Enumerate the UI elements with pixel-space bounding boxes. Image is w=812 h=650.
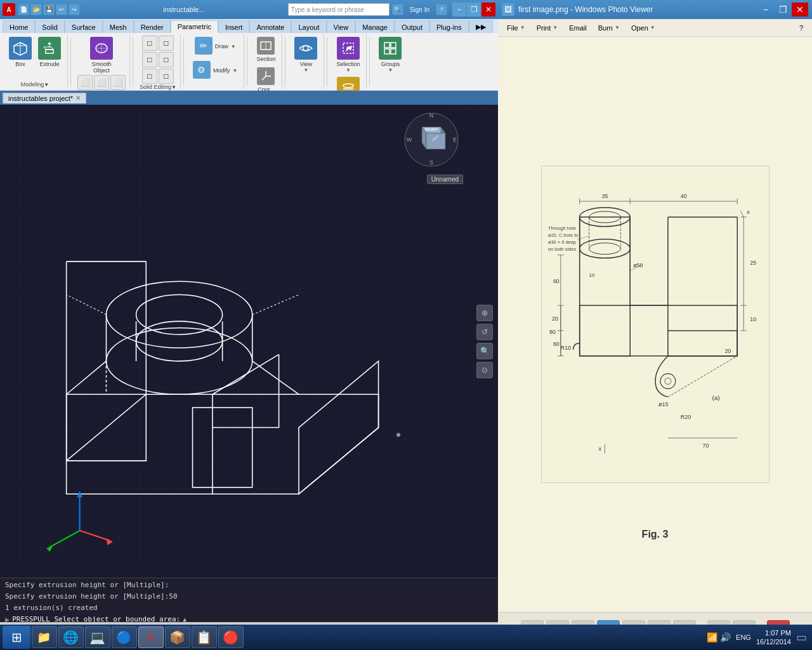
solid-edit-btn-4[interactable]: □ — [159, 52, 174, 67]
navwheel-icon[interactable]: ⊙ — [476, 362, 493, 378]
tab-annotate[interactable]: Annotate — [249, 20, 291, 33]
svg-rect-21 — [384, 49, 390, 54]
close-button[interactable]: ✕ — [481, 3, 495, 17]
pv-restore[interactable]: ❐ — [775, 3, 791, 17]
extrude-button[interactable]: Extrude — [36, 36, 63, 69]
cmd-history-2: Specify extrusion height or [Multiple]:5… — [5, 591, 493, 602]
taskbar-item-explorer[interactable]: 📁 — [32, 627, 57, 648]
taskbar-item-app3[interactable]: 📦 — [165, 627, 190, 648]
tab-mesh[interactable]: Mesh — [103, 20, 134, 33]
svg-rect-22 — [391, 49, 396, 54]
coor-button[interactable]: Coor... — [254, 66, 277, 94]
tab-surface[interactable]: Surface — [65, 20, 103, 33]
volume-icon[interactable]: 🔊 — [720, 632, 731, 642]
svg-rect-3 — [46, 50, 53, 53]
burn-menu[interactable]: Burn ▼ — [593, 23, 625, 33]
document-tab[interactable]: instructables project* ✕ — [3, 93, 86, 103]
pan-icon[interactable]: ⊕ — [476, 305, 493, 321]
solid-edit-btn-6[interactable]: □ — [159, 69, 174, 84]
solid-edit-btn-1[interactable]: □ — [142, 36, 157, 51]
print-menu[interactable]: Print ▼ — [532, 23, 563, 33]
solid-editing-group-label[interactable]: Solid Editing ▼ — [140, 84, 176, 90]
extrude-icon — [38, 37, 61, 60]
tab-insert[interactable]: Insert — [218, 20, 250, 33]
tab-home[interactable]: Home — [3, 20, 35, 33]
tab-output[interactable]: Output — [395, 20, 429, 33]
doc-tab-close[interactable]: ✕ — [75, 95, 81, 102]
taskbar-item-chrome[interactable]: 🌐 — [58, 627, 84, 648]
minimize-button[interactable]: − — [452, 3, 466, 17]
save-icon[interactable]: 💾 — [43, 4, 55, 15]
zoom-icon[interactable]: 🔍 — [476, 343, 493, 359]
smooth-object-label: SmoothObject — [91, 61, 111, 74]
signin-label[interactable]: Sign In — [406, 6, 433, 13]
modify-icon: ⚙ — [193, 61, 211, 79]
svg-point-18 — [343, 84, 353, 88]
search-box[interactable]: Type a keyword or phrase — [288, 3, 390, 16]
taskbar-item-app5[interactable]: 🔴 — [218, 627, 244, 648]
selection-label: Selection — [336, 61, 360, 67]
taskbar-item-app2[interactable]: 🔵 — [112, 627, 137, 648]
undo-icon[interactable]: ↩ — [56, 4, 67, 15]
fig-label: Fig. 3 — [642, 529, 669, 540]
network-icon[interactable]: 📶 — [707, 632, 717, 642]
redo-icon[interactable]: ↪ — [69, 4, 80, 15]
draw-button[interactable]: ✏ Draw ▼ — [192, 36, 239, 57]
help-icon[interactable]: ? — [794, 23, 808, 33]
ribbon-group-view: View ▼ — [288, 34, 324, 89]
start-button[interactable]: ⊞ — [3, 626, 30, 649]
show-desktop-icon[interactable]: ▭ — [796, 630, 807, 644]
tab-solid[interactable]: Solid — [35, 20, 64, 33]
file-menu[interactable]: File ▼ — [502, 23, 530, 33]
ribbon-group-draw: ✏ Draw ▼ ⚙ Modify ▼ — [187, 34, 244, 89]
tab-parametric[interactable]: Parametric — [171, 20, 218, 33]
solid-edit-btn-3[interactable]: □ — [142, 52, 157, 67]
pv-minimize[interactable]: − — [757, 3, 774, 17]
solid-edit-btn-5[interactable]: □ — [142, 69, 157, 84]
system-clock[interactable]: 1:07 PM 16/12/2014 — [756, 628, 791, 647]
smooth-object-button[interactable]: SmoothObject — [88, 36, 115, 75]
tab-layout[interactable]: Layout — [291, 20, 326, 33]
section-button[interactable]: Section — [254, 36, 278, 63]
autocad-viewport[interactable]: [-][Custom View][Hidden] − ❐ ✕ — [0, 105, 498, 578]
svg-rect-68 — [579, 217, 630, 356]
open-icon[interactable]: 📂 — [30, 4, 42, 15]
open-menu[interactable]: Open ▼ — [626, 23, 660, 33]
tab-more[interactable]: ▶▶ — [469, 20, 493, 33]
solid-edit-btn-2[interactable]: □ — [159, 36, 174, 51]
new-icon[interactable]: 📄 — [18, 4, 29, 15]
box-button[interactable]: Box — [6, 36, 34, 69]
svg-text:60: 60 — [553, 341, 559, 347]
photo-viewer-title: first image.png - Windows Photo Viewer — [518, 5, 754, 14]
orbit-icon[interactable]: ↺ — [476, 324, 493, 340]
chrome-icon: 🌐 — [63, 630, 78, 645]
mesh-btn-3[interactable]: ⬜ — [110, 75, 126, 90]
svg-text:R10: R10 — [560, 345, 570, 351]
taskbar-item-autocad[interactable]: A — [138, 627, 164, 648]
tab-render[interactable]: Render — [134, 20, 171, 33]
modeling-group-label[interactable]: Modeling ▼ — [21, 81, 49, 88]
taskbar-item-app1[interactable]: 💻 — [85, 627, 110, 648]
search-btn[interactable]: 🔍 — [392, 4, 403, 15]
groups-button[interactable]: Groups ▼ — [376, 36, 404, 74]
email-menu[interactable]: Email — [564, 23, 592, 33]
ribbon-group-solid-editing: □ □ □ □ □ □ Solid Editing ▼ — [136, 34, 181, 89]
tab-plugins[interactable]: Plug-ins — [429, 20, 469, 33]
tab-manage[interactable]: Manage — [355, 20, 395, 33]
tab-view[interactable]: View — [327, 20, 356, 33]
svg-text:20: 20 — [724, 348, 731, 354]
svg-text:S: S — [429, 159, 433, 166]
svg-marker-17 — [346, 46, 352, 52]
ribbon-content: Box Extrude — [0, 33, 498, 90]
selection-button[interactable]: Selection ▼ — [334, 36, 362, 74]
restore-button[interactable]: ❐ — [467, 3, 481, 17]
box-icon — [9, 37, 32, 60]
view-cube[interactable]: N S E W FRONT LEFT — [403, 111, 460, 168]
pv-close[interactable]: ✕ — [792, 3, 808, 17]
help-btn[interactable]: ? — [436, 4, 447, 15]
modify-button[interactable]: ⚙ Modify ▼ — [190, 60, 240, 81]
view-button[interactable]: View ▼ — [292, 36, 320, 74]
mesh-btn-1[interactable]: ⬜ — [77, 75, 93, 90]
mesh-btn-2[interactable]: ⬜ — [94, 75, 109, 90]
taskbar-item-app4[interactable]: 📋 — [192, 627, 217, 648]
